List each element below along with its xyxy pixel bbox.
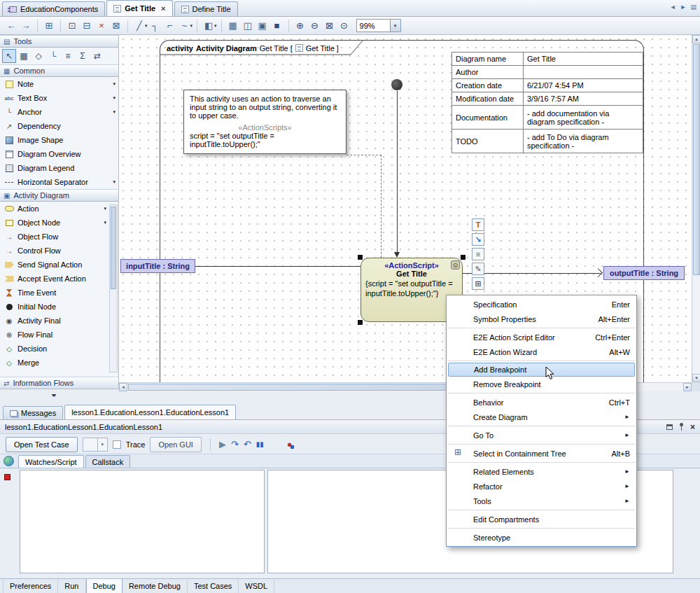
tools-palette-icon[interactable]: ≡ (61, 49, 75, 63)
scroll-tabs-left-icon[interactable]: ◄ (670, 4, 676, 11)
dropdown-arrow-icon[interactable]: ▾ (214, 23, 217, 29)
palette-item-image-shape[interactable]: Image Shape (0, 133, 118, 147)
back-icon[interactable]: ← (4, 19, 18, 33)
dropdown-arrow-icon[interactable]: ▾ (113, 81, 115, 87)
test-case-combobox[interactable]: ▾ (83, 438, 108, 452)
menu-item-stereotype[interactable]: Stereotype (447, 530, 636, 545)
palette-item-note[interactable]: Note ▾ (0, 77, 118, 91)
palette-item-initial-node[interactable]: Initial Node (0, 300, 118, 314)
tab-callstack[interactable]: Callstack (85, 455, 131, 468)
scroll-left-icon[interactable]: ◄ (119, 383, 127, 391)
initial-node[interactable] (391, 79, 402, 90)
canvas-vertical-scrollbar[interactable]: ▲ ▼ (692, 35, 700, 382)
palette-item-diagram-overview[interactable]: Diagram Overview (0, 147, 118, 161)
terminate-icon[interactable]: ● (287, 439, 293, 449)
tools-palette-icon[interactable]: Σ (76, 49, 90, 63)
menu-item-symbol-properties[interactable]: Symbol Properties Alt+Enter (447, 312, 636, 326)
smart-manipulator-icon[interactable]: ≡ (472, 248, 484, 260)
control-flow-line[interactable] (397, 91, 398, 253)
float-panel-icon[interactable] (666, 424, 673, 430)
palette-item-object-node[interactable]: Object Node ▾ (0, 216, 118, 230)
scroll-right-icon[interactable]: ► (683, 383, 692, 391)
tab-lesson1[interactable]: lesson1.EducationLesson1.EducationLesson… (64, 405, 236, 419)
zoom-out-icon[interactable]: ⊖ (308, 19, 322, 33)
palette-header-information-flows[interactable]: ⇄ Information Flows (0, 377, 118, 389)
step-over-icon[interactable]: ↶ (244, 439, 251, 449)
run-icon[interactable]: ▶ (219, 439, 226, 449)
palette-item-accept-event-action[interactable]: Accept Event Action (0, 272, 118, 286)
tools-palette-icon[interactable]: └ (46, 49, 60, 63)
footer-tab-debug[interactable]: Debug (86, 579, 122, 593)
input-object-flow-line[interactable] (195, 266, 360, 267)
delete-icon[interactable]: × (94, 19, 108, 33)
watches-panel[interactable] (20, 470, 265, 573)
palette-item-decision[interactable]: ◇ Decision (0, 342, 118, 356)
tab-define-title[interactable]: Define Title (174, 1, 238, 16)
smart-manipulator-icon[interactable]: T (472, 218, 484, 231)
grid-icon[interactable]: ▦ (226, 19, 240, 33)
palette-item-action[interactable]: Action ▾ (0, 202, 118, 216)
menu-item-go-to[interactable]: Go To ► (447, 428, 636, 442)
zoom-dropdown-icon[interactable]: ▾ (390, 20, 400, 32)
palette-item-activity-final[interactable]: ◉ Activity Final (0, 314, 118, 328)
tab-watches-script[interactable]: Watches/Script (18, 455, 84, 468)
scroll-down-icon[interactable]: ▼ (692, 374, 700, 382)
dropdown-arrow-icon[interactable]: ▾ (104, 206, 106, 211)
selection-handle[interactable] (358, 320, 363, 325)
fullscreen-icon[interactable]: ■ (270, 19, 284, 33)
palette-expand-chevrons-icon[interactable]: ▾▾ (52, 392, 55, 398)
tab-list-icon[interactable]: ▤ (690, 4, 696, 11)
tools-palette-icon[interactable]: ▦ (17, 49, 31, 63)
selection-handle[interactable] (358, 255, 363, 260)
menu-item-related-elements[interactable]: Related Elements ► (447, 464, 636, 479)
palette-item-send-signal-action[interactable]: Send Signal Action (0, 258, 118, 272)
zoom-region-icon[interactable]: ⊠ (323, 19, 337, 33)
breakpoint-marker[interactable] (4, 474, 10, 480)
dropdown-arrow-icon[interactable]: ▾ (113, 109, 115, 115)
palette-item-horizontal-separator[interactable]: Horizontal Separator ▾ (0, 175, 118, 189)
tools-palette-icon[interactable]: ◇ (31, 49, 46, 63)
menu-item-behavior[interactable]: Behavior Ctrl+T (447, 395, 636, 410)
dropdown-arrow-icon[interactable]: ▾ (145, 23, 148, 29)
step-into-icon[interactable]: ↷ (231, 439, 239, 449)
palette-item-text-box[interactable]: abc Text Box ▾ (0, 91, 118, 105)
palette-item-diagram-legend[interactable]: Diagram Legend (0, 161, 118, 175)
smart-manipulator-icon[interactable]: ↘ (472, 233, 484, 246)
smart-manipulator-icon[interactable]: ✎ (472, 263, 484, 275)
palette-item-control-flow[interactable]: → Control Flow (0, 244, 118, 258)
forward-icon[interactable]: → (19, 19, 33, 33)
dropdown-arrow-icon[interactable]: ▾ (113, 95, 115, 101)
rounded-path-icon[interactable]: ⌐ (163, 19, 177, 33)
menu-item-select-in-containment-tree[interactable]: ⊞ Select in Containment Tree Alt+B (447, 446, 636, 461)
footer-tab-wsdl[interactable]: WSDL (239, 579, 274, 593)
tab-education-components[interactable]: EducationComponents (2, 1, 105, 16)
select-tool-icon[interactable]: ↖ (2, 49, 16, 63)
oblique-path-icon[interactable]: ╱ (132, 19, 146, 33)
copy-icon[interactable]: ⊡ (65, 19, 79, 33)
selection-handle[interactable] (461, 255, 465, 260)
menu-item-remove-breakpoint[interactable]: Remove Breakpoint (447, 377, 636, 391)
palette-item-time-event[interactable]: Time Event (0, 286, 118, 300)
menu-item-tools[interactable]: Tools ► (447, 494, 636, 508)
footer-tab-preferences[interactable]: Preferences (3, 579, 58, 593)
containment-tree-icon[interactable]: ⊞ (42, 19, 56, 33)
palette-item-merge[interactable]: ◇ Merge (0, 356, 118, 370)
action-script-badge-icon[interactable]: ⊙ (451, 260, 460, 270)
zoom-in-icon[interactable]: ⊕ (293, 19, 307, 33)
menu-item-add-breakpoint[interactable]: Add Breakpoint (448, 363, 635, 377)
palette-item-anchor[interactable]: └ Anchor ▾ (0, 105, 118, 119)
palette-header-tools[interactable]: ▤ Tools (0, 35, 118, 48)
image-shape-icon[interactable]: ▣ (255, 19, 270, 33)
menu-item-refactor[interactable]: Refactor ► (447, 479, 636, 494)
combo-dropdown-icon[interactable]: ▾ (97, 438, 107, 451)
smart-manipulator-icon[interactable]: ⊞ (472, 277, 484, 290)
palette-scrollbar-thumb[interactable] (111, 207, 116, 289)
pause-icon[interactable]: ▮▮ (256, 440, 264, 448)
tab-messages[interactable]: Messages (3, 406, 63, 419)
palette-item-flow-final[interactable]: ⊗ Flow Final (0, 328, 118, 342)
zoom-combobox[interactable]: 99% ▾ (356, 19, 401, 32)
close-panel-icon[interactable]: × (690, 424, 695, 431)
trace-checkbox[interactable] (113, 440, 121, 449)
input-pin[interactable]: inputTitle : String (120, 259, 195, 273)
palette-header-common[interactable]: ▦ Common (0, 64, 118, 77)
